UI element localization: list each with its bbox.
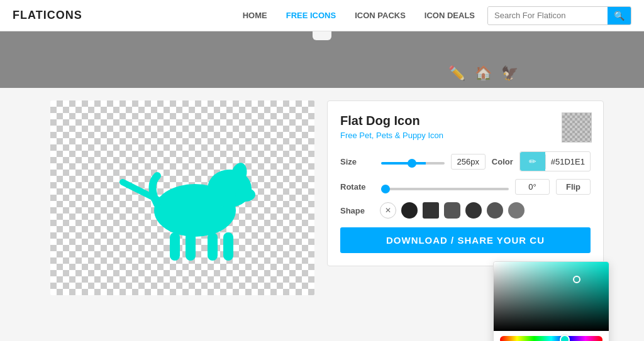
panel-subtitle[interactable]: Free Pet, Pets & Puppy Icon — [340, 131, 591, 140]
size-value: 256px — [451, 154, 486, 170]
size-slider[interactable] — [381, 162, 445, 165]
shape-roundsquare-dark[interactable] — [444, 202, 460, 219]
pen-icon: ✏ — [529, 156, 536, 166]
hue-indicator — [560, 335, 570, 341]
rotate-slider[interactable] — [381, 188, 509, 190]
banner-icon-2: 🏠 — [475, 65, 492, 82]
rotate-value: 0° — [515, 179, 550, 195]
main: Flat Dog Icon Free Pet, Pets & Puppy Ico… — [0, 88, 644, 308]
dog-icon-svg — [97, 129, 267, 267]
svg-rect-8 — [186, 232, 196, 261]
header: FLATICONS HOME FREE ICONS ICON PACKS ICO… — [0, 0, 644, 31]
nav-icon-deals[interactable]: ICON DEALS — [425, 11, 475, 20]
color-picker-popup: 81 R 209 G 225 B — [493, 261, 609, 341]
banner-icon-1: ✏️ — [448, 65, 465, 82]
size-slider-wrapper — [381, 156, 445, 167]
search-bar: 🔍 — [487, 6, 631, 25]
rotate-slider-wrapper — [381, 181, 509, 193]
hue-slider[interactable] — [500, 336, 602, 341]
nav-free-icons[interactable]: FREE ICONS — [286, 11, 336, 20]
color-label: Color — [492, 157, 513, 166]
svg-rect-7 — [170, 232, 180, 261]
size-row: Size 256px Color ✏ #51D1E1 — [340, 151, 591, 171]
shape-circle-dark[interactable] — [401, 202, 418, 219]
panel-thumbnail — [562, 112, 592, 143]
icon-preview — [50, 100, 314, 295]
search-button[interactable]: 🔍 — [608, 7, 631, 24]
banner-icons: ✏️ 🏠 🦅 — [448, 65, 518, 82]
shape-circle-light[interactable] — [487, 202, 503, 219]
color-hex-value: #51D1E1 — [545, 154, 590, 169]
nav-home[interactable]: HOME — [243, 11, 267, 20]
banner-icon-3: 🦅 — [501, 65, 518, 82]
nav: HOME FREE ICONS ICON PACKS ICON DEALS — [243, 11, 475, 20]
color-picker-button[interactable]: ✏ #51D1E1 — [519, 151, 591, 171]
svg-rect-6 — [223, 232, 233, 261]
logo: FLATICONS — [13, 9, 82, 22]
panel-title: Flat Dog Icon — [340, 114, 591, 128]
shape-circle-gray[interactable] — [508, 202, 525, 219]
banner-tab — [313, 31, 331, 40]
color-gradient-indicator — [573, 276, 580, 283]
shape-row: Shape ✕ — [340, 202, 591, 219]
shape-circle-mid[interactable] — [465, 202, 482, 219]
shape-square-dark[interactable] — [423, 202, 439, 219]
color-gradient[interactable] — [494, 262, 609, 331]
svg-rect-5 — [208, 232, 218, 261]
rotate-label: Rotate — [340, 182, 375, 192]
rotate-row: Rotate 0° Flip — [340, 179, 591, 195]
banner: ✏️ 🏠 🦅 — [0, 31, 644, 88]
shape-none[interactable]: ✕ — [380, 202, 396, 219]
svg-point-4 — [235, 188, 255, 202]
panel: Flat Dog Icon Free Pet, Pets & Puppy Ico… — [327, 100, 604, 266]
size-label: Size — [340, 157, 375, 166]
search-input[interactable] — [488, 7, 608, 24]
color-pen-button[interactable]: ✏ — [520, 152, 545, 171]
flip-button[interactable]: Flip — [556, 179, 591, 195]
download-button[interactable]: DOWNLOAD / SHARE YOUR CU — [340, 227, 591, 253]
nav-icon-packs[interactable]: ICON PACKS — [355, 11, 406, 20]
shape-label: Shape — [340, 206, 375, 215]
